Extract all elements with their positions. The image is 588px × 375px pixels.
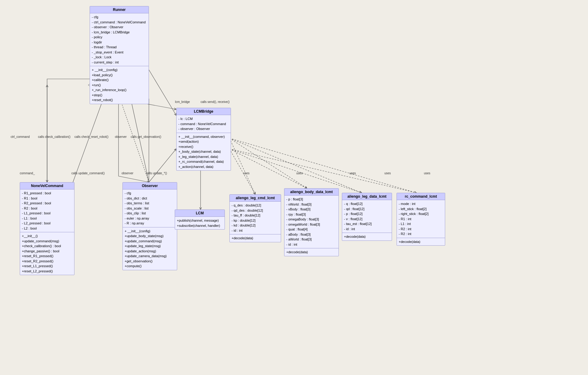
obs-attr-0: - cfg <box>125 191 175 196</box>
bd-attr-6: - quat : float[4] <box>286 227 337 232</box>
bd-attr-3: - rpy : float[3] <box>286 212 337 217</box>
nonevelcommand-title: NoneVelCommand <box>31 184 63 188</box>
observer-header: Observer <box>123 182 177 189</box>
rc-command-attrs: - mode : int - left_stick : float[2] - r… <box>397 200 445 238</box>
svg-line-17 <box>229 149 362 193</box>
obs-method-5: +update_camera_data(msg) <box>125 254 175 259</box>
rc-attr-2: - right_stick : float[2] <box>399 211 443 216</box>
lcmbridge-attrs: - lc : LCM - command : NoneVelCommand - … <box>177 115 231 133</box>
svg-line-16 <box>229 149 307 188</box>
label-lcm-bridge: lcm_bridge <box>175 100 190 104</box>
ld-attr-1: - qd : float[12] <box>344 206 390 212</box>
body-data-class: aliengo_body_data_lcmt - p : float[3] - … <box>284 188 339 256</box>
nvc-attr-6: - L2_pressed : bool <box>22 221 72 226</box>
lc-method-0: +decode(data) <box>232 236 279 241</box>
lcmbridge-title: LCMBridge <box>194 109 213 114</box>
lcm-header: LCM <box>175 210 225 217</box>
rc-attr-5: - R2 : int <box>399 227 443 232</box>
lcmbridge-attr-0: - lc : LCM <box>178 116 229 121</box>
leg-data-title: aliengo_leg_data_lcmt <box>347 194 387 199</box>
rc-command-class: rc_command_lcmt - mode : int - left_stic… <box>397 193 445 246</box>
label-uses-2: uses <box>296 172 303 175</box>
nvc-attr-4: - L1_pressed : bool <box>22 211 72 216</box>
obs-method-2: +update_command(msg) <box>125 239 175 244</box>
lcm-methods: +publish(channel, message) +subscribe(ch… <box>175 217 225 229</box>
nvc-method-5: +reset_R2_pressed() <box>22 259 72 264</box>
runner-attr-7: - _stop_event : Event <box>92 50 147 55</box>
rc-attr-4: - L1 : int <box>399 221 443 227</box>
label-command: command_ <box>20 172 35 175</box>
runner-attr-1: - ctrl_command : NoneVelCommand <box>92 20 147 25</box>
lc-attr-1: - qd_des : double[12] <box>232 208 279 213</box>
runner-title: Runner <box>113 8 126 12</box>
ld-attr-4: - tau_est : float[12] <box>344 221 390 227</box>
lcmbridge-method-2: +receive() <box>178 144 229 149</box>
nvc-method-3: +change_passive() : bool <box>22 249 72 254</box>
arrows-svg <box>0 0 588 375</box>
leg-data-attrs: - q : float[12] - qd : float[12] - p : f… <box>342 200 392 233</box>
rc-attr-6: - R2 : int <box>399 231 443 237</box>
svg-line-13 <box>120 99 149 182</box>
leg-cmd-attrs: - q_des : double[12] - qd_des : double[1… <box>230 202 281 234</box>
body-data-attrs: - p : float[3] - vWorld : float[3] - vBo… <box>284 196 339 248</box>
runner-method-4: +_run_inference_loop() <box>92 87 147 93</box>
runner-attr-9: - current_step : int <box>92 60 147 65</box>
obs-attr-1: - obs_dict : dict <box>125 196 175 201</box>
bd-attr-8: - aWorld : float[3] <box>286 237 337 242</box>
label-ctrl-command: ctrl_command <box>11 135 30 138</box>
lcmbridge-method-5: +_rc_command(channel, data) <box>178 159 229 164</box>
obs-method-4: +update_action(msg) <box>125 249 175 254</box>
bd-attr-9: - id : int <box>286 242 337 247</box>
bd-attr-0: - p : float[3] <box>286 197 337 202</box>
nonevelcommand-methods: +__init__() +update_command(msg) +check_… <box>20 232 74 275</box>
leg-cmd-class: aliengo_leg_cmd_lcmt - q_des : double[12… <box>229 194 281 242</box>
runner-class: Runner - cfg - ctrl_command : NoneVelCom… <box>90 6 149 104</box>
obs-attr-6: - R : np.array <box>125 221 175 226</box>
obs-method-6: +get_observation() <box>125 259 175 264</box>
lcmbridge-method-4: +_leg_state(channel, data) <box>178 154 229 159</box>
lcmbridge-class: LCMBridge - lc : LCM - command : NoneVel… <box>176 108 231 171</box>
body-data-header: aliengo_body_data_lcmt <box>284 189 339 196</box>
rc-method-0: +decode(data) <box>399 239 443 244</box>
body-data-methods: +decode(data) <box>284 248 339 256</box>
lcmbridge-header: LCMBridge <box>177 108 231 115</box>
lcmbridge-attr-2: - observer : Observer <box>178 126 229 131</box>
observer-class: Observer - cfg - obs_dict : dict - obs_t… <box>122 182 177 270</box>
label-calls-get-observation: calls get_observation() <box>131 135 161 138</box>
lcm-method-0: +publish(channel, message) <box>177 218 223 223</box>
label-observer-1: observer <box>115 135 127 138</box>
runner-method-2: +calibrate() <box>92 77 147 83</box>
runner-method-6: +reset_robot() <box>92 97 147 103</box>
svg-line-5 <box>229 138 307 188</box>
bd-attr-7: - aBody : float[3] <box>286 232 337 237</box>
label-calls-check-calibration: calls check_calibration() <box>38 135 70 138</box>
lcmbridge-attr-1: - command : NoneVelCommand <box>178 121 229 127</box>
lcmbridge-method-1: +send(action) <box>178 139 229 144</box>
observer-title: Observer <box>142 184 158 188</box>
lc-attr-5: - id : int <box>232 228 279 233</box>
runner-attr-3: - lcm_bridge : LCMBridge <box>92 30 147 35</box>
runner-attr-2: - observer : Observer <box>92 25 147 30</box>
obs-attr-3: - obs_scale : list <box>125 206 175 211</box>
nvc-attr-2: - R2_pressed : bool <box>22 201 72 206</box>
ld-attr-3: - v : float[12] <box>344 216 390 222</box>
svg-line-18 <box>229 149 416 193</box>
svg-line-7 <box>229 138 416 193</box>
svg-line-10 <box>131 99 149 182</box>
runner-method-1: +load_policy() <box>92 73 147 78</box>
svg-line-14 <box>149 149 176 182</box>
runner-attr-6: - thread : Thread <box>92 45 147 50</box>
nvc-method-0: +__init__() <box>22 234 72 239</box>
lcmbridge-method-6: +_action(channel, data) <box>178 164 229 169</box>
nvc-method-7: +reset_L2_pressed() <box>22 269 72 274</box>
obs-attr-4: - obs_clip : list <box>125 211 175 216</box>
runner-attr-5: - logdir <box>92 40 147 45</box>
rc-attr-0: - mode : int <box>399 201 443 206</box>
label-calls-send-receive: calls send(), receive() <box>201 100 230 104</box>
runner-methods: + __init__(config) +load_policy() +calib… <box>90 66 149 104</box>
rc-command-title: rc_command_lcmt <box>405 194 437 199</box>
rc-command-methods: +decode(data) <box>397 238 445 246</box>
label-uses-4: uses <box>384 172 391 175</box>
lcmbridge-method-0: + __init__(command, observer) <box>178 134 229 139</box>
ld-attr-0: - q : float[12] <box>344 201 390 206</box>
